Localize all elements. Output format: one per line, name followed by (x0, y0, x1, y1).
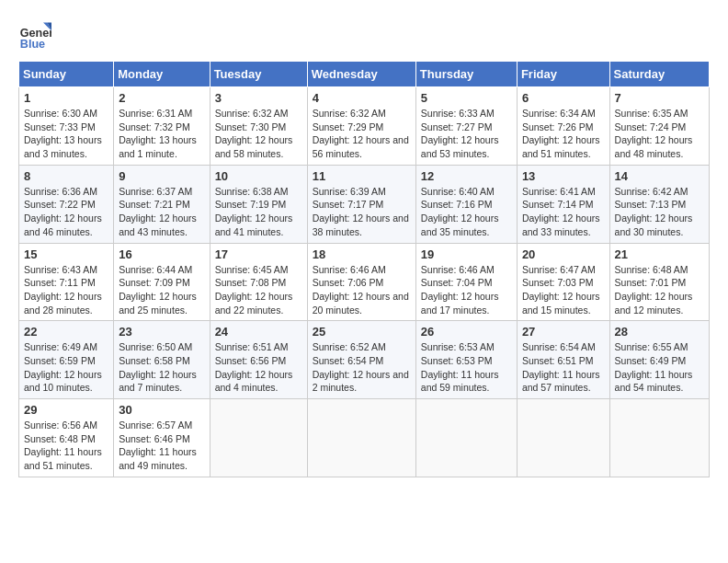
day-info: Sunrise: 6:48 AM Sunset: 7:01 PM Dayligh… (615, 263, 704, 317)
header-tuesday: Tuesday (210, 62, 307, 87)
calendar-cell: 4 Sunrise: 6:32 AM Sunset: 7:29 PM Dayli… (307, 87, 415, 166)
day-number: 12 (421, 169, 512, 183)
calendar-cell: 9 Sunrise: 6:37 AM Sunset: 7:21 PM Dayli… (114, 165, 210, 243)
day-info: Sunrise: 6:38 AM Sunset: 7:19 PM Dayligh… (215, 185, 302, 239)
calendar-cell: 7 Sunrise: 6:35 AM Sunset: 7:24 PM Dayli… (609, 87, 709, 166)
calendar-cell: 1 Sunrise: 6:30 AM Sunset: 7:33 PM Dayli… (19, 87, 114, 166)
day-number: 7 (615, 91, 704, 105)
day-info: Sunrise: 6:34 AM Sunset: 7:26 PM Dayligh… (522, 107, 605, 161)
day-number: 11 (313, 169, 411, 183)
day-info: Sunrise: 6:55 AM Sunset: 6:49 PM Dayligh… (615, 340, 704, 395)
day-number: 19 (421, 247, 512, 261)
calendar-header-row: SundayMondayTuesdayWednesdayThursdayFrid… (19, 62, 710, 87)
day-number: 2 (119, 91, 204, 105)
calendar-cell: 30 Sunrise: 6:57 AM Sunset: 6:46 PM Dayl… (114, 399, 210, 477)
logo-icon: General Blue (18, 18, 51, 52)
day-number: 23 (119, 325, 204, 339)
calendar-cell: 21 Sunrise: 6:48 AM Sunset: 7:01 PM Dayl… (609, 243, 709, 321)
day-info: Sunrise: 6:40 AM Sunset: 7:16 PM Dayligh… (421, 185, 512, 239)
calendar-cell (609, 399, 709, 477)
calendar-cell: 16 Sunrise: 6:44 AM Sunset: 7:09 PM Dayl… (114, 243, 210, 321)
calendar-cell: 2 Sunrise: 6:31 AM Sunset: 7:32 PM Dayli… (114, 87, 210, 166)
day-info: Sunrise: 6:35 AM Sunset: 7:24 PM Dayligh… (615, 107, 704, 161)
day-number: 1 (24, 91, 108, 105)
calendar-cell: 11 Sunrise: 6:39 AM Sunset: 7:17 PM Dayl… (307, 165, 415, 243)
day-number: 10 (215, 169, 302, 183)
day-number: 29 (24, 403, 108, 417)
calendar-cell: 28 Sunrise: 6:55 AM Sunset: 6:49 PM Dayl… (609, 321, 709, 399)
day-number: 24 (215, 325, 302, 339)
day-number: 6 (522, 91, 605, 105)
day-number: 25 (313, 325, 411, 339)
day-info: Sunrise: 6:31 AM Sunset: 7:32 PM Dayligh… (119, 107, 204, 161)
calendar-week-row: 1 Sunrise: 6:30 AM Sunset: 7:33 PM Dayli… (19, 87, 710, 166)
day-number: 16 (119, 247, 204, 261)
calendar-cell: 5 Sunrise: 6:33 AM Sunset: 7:27 PM Dayli… (415, 87, 517, 166)
calendar-cell: 25 Sunrise: 6:52 AM Sunset: 6:54 PM Dayl… (307, 321, 415, 399)
calendar-week-row: 15 Sunrise: 6:43 AM Sunset: 7:11 PM Dayl… (19, 243, 710, 321)
header-monday: Monday (114, 62, 210, 87)
day-info: Sunrise: 6:44 AM Sunset: 7:09 PM Dayligh… (119, 263, 204, 317)
calendar-cell: 24 Sunrise: 6:51 AM Sunset: 6:56 PM Dayl… (210, 321, 307, 399)
calendar-table: SundayMondayTuesdayWednesdayThursdayFrid… (18, 61, 710, 477)
day-number: 8 (24, 169, 108, 183)
calendar-cell (210, 399, 307, 477)
day-info: Sunrise: 6:47 AM Sunset: 7:03 PM Dayligh… (522, 263, 605, 317)
day-number: 21 (615, 247, 704, 261)
calendar-cell (415, 399, 517, 477)
day-number: 14 (615, 169, 704, 183)
calendar-cell: 8 Sunrise: 6:36 AM Sunset: 7:22 PM Dayli… (19, 165, 114, 243)
calendar-cell: 17 Sunrise: 6:45 AM Sunset: 7:08 PM Dayl… (210, 243, 307, 321)
header-sunday: Sunday (19, 62, 114, 87)
day-info: Sunrise: 6:46 AM Sunset: 7:04 PM Dayligh… (421, 263, 512, 317)
day-info: Sunrise: 6:57 AM Sunset: 6:46 PM Dayligh… (119, 419, 204, 473)
day-number: 5 (421, 91, 512, 105)
header-wednesday: Wednesday (307, 62, 415, 87)
calendar-cell: 13 Sunrise: 6:41 AM Sunset: 7:14 PM Dayl… (517, 165, 609, 243)
day-info: Sunrise: 6:54 AM Sunset: 6:51 PM Dayligh… (522, 340, 605, 395)
calendar-cell: 26 Sunrise: 6:53 AM Sunset: 6:53 PM Dayl… (415, 321, 517, 399)
calendar-cell: 18 Sunrise: 6:46 AM Sunset: 7:06 PM Dayl… (307, 243, 415, 321)
day-info: Sunrise: 6:43 AM Sunset: 7:11 PM Dayligh… (24, 263, 108, 317)
calendar-week-row: 22 Sunrise: 6:49 AM Sunset: 6:59 PM Dayl… (19, 321, 710, 399)
calendar-cell: 23 Sunrise: 6:50 AM Sunset: 6:58 PM Dayl… (114, 321, 210, 399)
calendar-cell (307, 399, 415, 477)
day-info: Sunrise: 6:51 AM Sunset: 6:56 PM Dayligh… (215, 340, 302, 395)
day-number: 17 (215, 247, 302, 261)
day-info: Sunrise: 6:37 AM Sunset: 7:21 PM Dayligh… (119, 185, 204, 239)
day-info: Sunrise: 6:32 AM Sunset: 7:29 PM Dayligh… (313, 107, 411, 161)
day-info: Sunrise: 6:56 AM Sunset: 6:48 PM Dayligh… (24, 419, 108, 473)
calendar-cell: 29 Sunrise: 6:56 AM Sunset: 6:48 PM Dayl… (19, 399, 114, 477)
day-number: 20 (522, 247, 605, 261)
calendar-cell: 3 Sunrise: 6:32 AM Sunset: 7:30 PM Dayli… (210, 87, 307, 166)
day-number: 27 (522, 325, 605, 339)
header-saturday: Saturday (609, 62, 709, 87)
header-friday: Friday (517, 62, 609, 87)
calendar-cell: 22 Sunrise: 6:49 AM Sunset: 6:59 PM Dayl… (19, 321, 114, 399)
calendar-cell: 27 Sunrise: 6:54 AM Sunset: 6:51 PM Dayl… (517, 321, 609, 399)
day-number: 3 (215, 91, 302, 105)
day-number: 26 (421, 325, 512, 339)
header-thursday: Thursday (415, 62, 517, 87)
day-info: Sunrise: 6:52 AM Sunset: 6:54 PM Dayligh… (313, 340, 411, 395)
calendar-cell: 12 Sunrise: 6:40 AM Sunset: 7:16 PM Dayl… (415, 165, 517, 243)
calendar-cell: 14 Sunrise: 6:42 AM Sunset: 7:13 PM Dayl… (609, 165, 709, 243)
day-info: Sunrise: 6:42 AM Sunset: 7:13 PM Dayligh… (615, 185, 704, 239)
day-number: 15 (24, 247, 108, 261)
calendar-cell: 20 Sunrise: 6:47 AM Sunset: 7:03 PM Dayl… (517, 243, 609, 321)
page-header: General Blue (18, 18, 710, 52)
day-info: Sunrise: 6:53 AM Sunset: 6:53 PM Dayligh… (421, 340, 512, 395)
day-number: 22 (24, 325, 108, 339)
day-info: Sunrise: 6:41 AM Sunset: 7:14 PM Dayligh… (522, 185, 605, 239)
calendar-week-row: 8 Sunrise: 6:36 AM Sunset: 7:22 PM Dayli… (19, 165, 710, 243)
day-info: Sunrise: 6:46 AM Sunset: 7:06 PM Dayligh… (313, 263, 411, 317)
calendar-cell: 19 Sunrise: 6:46 AM Sunset: 7:04 PM Dayl… (415, 243, 517, 321)
calendar-cell: 6 Sunrise: 6:34 AM Sunset: 7:26 PM Dayli… (517, 87, 609, 166)
day-info: Sunrise: 6:50 AM Sunset: 6:58 PM Dayligh… (119, 340, 204, 395)
logo: General Blue (18, 18, 55, 52)
day-info: Sunrise: 6:39 AM Sunset: 7:17 PM Dayligh… (313, 185, 411, 239)
calendar-cell: 15 Sunrise: 6:43 AM Sunset: 7:11 PM Dayl… (19, 243, 114, 321)
day-number: 18 (313, 247, 411, 261)
day-number: 13 (522, 169, 605, 183)
svg-text:Blue: Blue (20, 38, 45, 51)
